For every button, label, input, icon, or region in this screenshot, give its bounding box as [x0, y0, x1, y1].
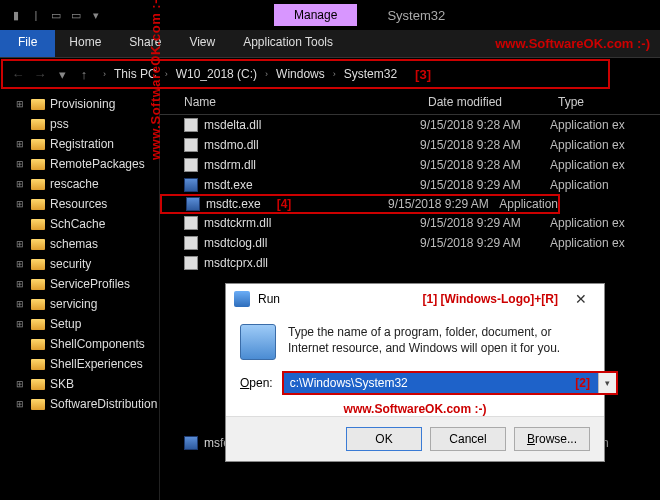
tree-item[interactable]: ⊞SKB	[0, 374, 159, 394]
tree-item[interactable]: ⊞rescache	[0, 174, 159, 194]
tree-expand-icon[interactable]: ⊞	[14, 399, 26, 409]
tree-expand-icon[interactable]: ⊞	[14, 159, 26, 169]
titlebar: ▮ | ▭ ▭ ▾ Manage System32	[0, 0, 660, 30]
tree-expand-icon[interactable]: ⊞	[14, 319, 26, 329]
breadcrumb-item[interactable]: This PC	[110, 65, 161, 83]
column-headers[interactable]: Name Date modified Type	[160, 90, 660, 115]
tree-expand-icon[interactable]: ⊞	[14, 259, 26, 269]
tree-item-label: schemas	[50, 237, 98, 251]
tree-item[interactable]: ShellComponents	[0, 334, 159, 354]
file-row[interactable]: msdtckrm.dll9/15/2018 9:29 AMApplication…	[160, 213, 660, 233]
file-row[interactable]: msdt.exe9/15/2018 9:29 AMApplication	[160, 175, 660, 195]
folder-icon	[31, 359, 45, 370]
tree-item[interactable]: ⊞Registration	[0, 134, 159, 154]
tab-share[interactable]: Share	[115, 30, 175, 57]
folder-icon	[31, 219, 45, 230]
tab-application-tools[interactable]: Application Tools	[229, 30, 347, 57]
ok-button[interactable]: OK	[346, 427, 422, 451]
folder-icon	[31, 399, 45, 410]
tree-item[interactable]: ⊞SoftwareDistribution	[0, 394, 159, 414]
tree-item[interactable]: SchCache	[0, 214, 159, 234]
file-type-icon	[184, 256, 198, 270]
file-row[interactable]: msdtcprx.dll	[160, 253, 660, 273]
nav-tree[interactable]: ⊞Provisioningpss⊞Registration⊞RemotePack…	[0, 90, 160, 500]
file-type-icon	[184, 118, 198, 132]
file-date-cell: 9/15/2018 9:29 AM	[388, 197, 499, 211]
tree-item-label: ServiceProfiles	[50, 277, 130, 291]
tree-item[interactable]: ⊞Resources	[0, 194, 159, 214]
file-name: msdtckrm.dll	[204, 216, 271, 230]
file-row[interactable]: msdtc.exe[4]9/15/2018 9:29 AMApplication	[160, 194, 560, 214]
breadcrumb-item[interactable]: W10_2018 (C:)	[172, 65, 261, 83]
nav-back-icon[interactable]: ←	[7, 63, 29, 85]
browse-button[interactable]: Browse...	[514, 427, 590, 451]
dropdown-icon[interactable]: ▾	[598, 373, 616, 393]
tab-file[interactable]: File	[0, 30, 55, 57]
tree-item[interactable]: ⊞RemotePackages	[0, 154, 159, 174]
tab-home[interactable]: Home	[55, 30, 115, 57]
tree-item[interactable]: ⊞servicing	[0, 294, 159, 314]
contextual-tab-manage[interactable]: Manage	[274, 4, 357, 26]
file-type-icon	[184, 158, 198, 172]
folder-icon	[31, 199, 45, 210]
folder-icon	[31, 119, 45, 130]
address-bar: ← → ▾ ↑ › This PC › W10_2018 (C:) › Wind…	[1, 59, 610, 89]
nav-forward-icon[interactable]: →	[29, 63, 51, 85]
tree-item[interactable]: ⊞Setup	[0, 314, 159, 334]
file-name: msdtc.exe	[206, 197, 261, 211]
tree-expand-icon[interactable]: ⊞	[14, 279, 26, 289]
tree-expand-icon[interactable]: ⊞	[14, 199, 26, 209]
tree-item[interactable]: ⊞ServiceProfiles	[0, 274, 159, 294]
tree-expand-icon[interactable]: ⊞	[14, 99, 26, 109]
file-type-icon	[184, 436, 198, 450]
chevron-right-icon[interactable]: ›	[265, 69, 268, 79]
file-row[interactable]: msdtclog.dll9/15/2018 9:29 AMApplication…	[160, 233, 660, 253]
tab-view[interactable]: View	[175, 30, 229, 57]
col-header-name[interactable]: Name	[160, 90, 420, 114]
tree-expand-icon[interactable]: ⊞	[14, 379, 26, 389]
tree-expand-icon[interactable]: ⊞	[14, 139, 26, 149]
open-input[interactable]	[284, 373, 599, 393]
tree-item-label: pss	[50, 117, 69, 131]
file-type-icon	[186, 197, 200, 211]
tree-expand-icon[interactable]: ⊞	[14, 299, 26, 309]
tree-item-label: Setup	[50, 317, 81, 331]
tree-expand-icon[interactable]: ⊞	[14, 239, 26, 249]
qat-new-icon[interactable]: ▭	[68, 7, 84, 23]
chevron-right-icon[interactable]: ›	[333, 69, 336, 79]
file-type-icon	[184, 178, 198, 192]
file-row[interactable]: msdrm.dll9/15/2018 9:28 AMApplication ex	[160, 155, 660, 175]
file-type-icon	[184, 138, 198, 152]
nav-recent-icon[interactable]: ▾	[51, 63, 73, 85]
tree-item[interactable]: ⊞schemas	[0, 234, 159, 254]
breadcrumb-item[interactable]: System32	[340, 65, 401, 83]
file-name: msdmo.dll	[204, 138, 259, 152]
file-name: msdtclog.dll	[204, 236, 267, 250]
folder-icon	[31, 159, 45, 170]
tree-item[interactable]: ⊞Provisioning	[0, 94, 159, 114]
breadcrumb-item[interactable]: Windows	[272, 65, 329, 83]
tree-item[interactable]: pss	[0, 114, 159, 134]
nav-up-icon[interactable]: ↑	[73, 63, 95, 85]
tree-item[interactable]: ShellExperiences	[0, 354, 159, 374]
col-header-date[interactable]: Date modified	[420, 90, 550, 114]
tree-expand-icon[interactable]: ⊞	[14, 179, 26, 189]
file-row[interactable]: msdmo.dll9/15/2018 9:28 AMApplication ex	[160, 135, 660, 155]
breadcrumb[interactable]: › This PC › W10_2018 (C:) › Windows › Sy…	[101, 65, 401, 83]
file-name-cell: msdrm.dll	[160, 158, 420, 172]
annotation-4: [4]	[277, 197, 292, 211]
qat-dropdown-icon[interactable]: ▾	[88, 7, 104, 23]
col-header-type[interactable]: Type	[550, 90, 660, 114]
file-row[interactable]: msdelta.dll9/15/2018 9:28 AMApplication …	[160, 115, 660, 135]
tree-item[interactable]: ⊞security	[0, 254, 159, 274]
file-type-cell: Application ex	[550, 138, 660, 152]
qat-props-icon[interactable]: ▭	[48, 7, 64, 23]
run-titlebar[interactable]: Run [1] [Windows-Logo]+[R] ✕	[226, 284, 604, 314]
close-icon[interactable]: ✕	[566, 291, 596, 307]
chevron-right-icon[interactable]: ›	[165, 69, 168, 79]
file-date-cell: 9/15/2018 9:29 AM	[420, 236, 550, 250]
cancel-button[interactable]: Cancel	[430, 427, 506, 451]
chevron-right-icon[interactable]: ›	[103, 69, 106, 79]
tree-item-label: Registration	[50, 137, 114, 151]
folder-icon	[31, 259, 45, 270]
